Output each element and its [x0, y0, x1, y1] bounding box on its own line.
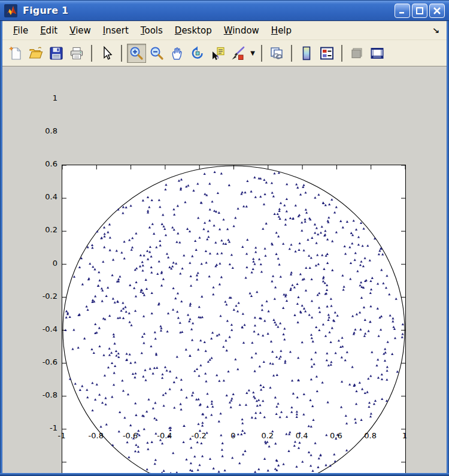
titlebar: Figure 1: [0, 0, 449, 21]
save-figure-button[interactable]: [47, 44, 66, 63]
minimize-icon: [398, 7, 406, 14]
menu-tools[interactable]: Tools: [135, 23, 169, 38]
y-tick-label: -0.6: [31, 357, 57, 366]
menubar: File Edit View Insert Tools Desktop Wind…: [2, 22, 447, 40]
window-controls: [395, 4, 445, 18]
y-tick-label: -0.8: [31, 390, 57, 399]
scatter-plot[interactable]: [62, 165, 405, 476]
y-tick-label: 1: [31, 93, 57, 102]
show-plot-tools-dock-icon: [369, 46, 385, 61]
save-floppy-icon: [48, 46, 64, 61]
zoom-in-button[interactable]: [127, 44, 146, 63]
y-tick-label: 0.6: [31, 159, 57, 168]
close-button[interactable]: [429, 4, 445, 18]
new-document-icon: [8, 46, 23, 61]
y-tick-label: -0.2: [31, 292, 57, 301]
rotate-3d-icon: [190, 46, 205, 61]
maximize-button[interactable]: [412, 4, 427, 18]
y-tick-label: -0.4: [31, 325, 57, 333]
new-figure-button[interactable]: [6, 44, 25, 63]
y-tick-label: 0.4: [31, 192, 57, 201]
zoom-in-icon: [129, 46, 144, 61]
zoom-out-icon: [149, 46, 165, 61]
link-plot-button[interactable]: [267, 44, 286, 63]
toolbar-separator: [261, 45, 262, 62]
print-figure-button[interactable]: [67, 44, 86, 63]
menu-help[interactable]: Help: [265, 23, 298, 38]
rotate-3d-button[interactable]: [188, 44, 207, 63]
figure-window: Figure 1 File Edit View Insert Tools Des…: [0, 0, 449, 476]
data-cursor-button[interactable]: [208, 44, 227, 63]
menu-file[interactable]: File: [7, 23, 34, 38]
brush-button[interactable]: [229, 44, 248, 63]
open-folder-icon: [28, 46, 44, 61]
close-icon: [433, 7, 441, 14]
y-tick-label: 0.8: [31, 126, 57, 135]
open-file-button[interactable]: [26, 44, 45, 63]
zoom-out-button[interactable]: [147, 44, 166, 63]
figure-canvas: 10.80.60.40.20-0.2-0.4-0.6-0.8-1-1-0.8-0…: [0, 66, 449, 476]
window-border-left: [0, 21, 2, 476]
toolbar-separator: [91, 45, 92, 62]
scatter-points: [64, 171, 404, 476]
menu-insert[interactable]: Insert: [97, 23, 135, 38]
plot-axes[interactable]: [62, 165, 406, 476]
pointer-tool-button[interactable]: [97, 44, 116, 63]
brush-icon: [230, 46, 246, 61]
printer-icon: [69, 46, 84, 61]
insert-legend-button[interactable]: [317, 44, 336, 63]
menu-edit[interactable]: Edit: [34, 23, 63, 38]
hand-pan-icon: [169, 46, 185, 61]
maximize-icon: [415, 7, 424, 14]
link-plot-icon: [269, 46, 284, 61]
show-plot-tools-dock-button[interactable]: [368, 44, 387, 63]
window-title: Figure 1: [23, 5, 68, 16]
y-tick-label: 0.2: [31, 225, 57, 234]
pan-button[interactable]: [168, 44, 187, 63]
menu-desktop[interactable]: Desktop: [169, 23, 218, 38]
data-cursor-icon: [210, 46, 226, 61]
minimize-button[interactable]: [395, 4, 410, 18]
y-tick-label: -1: [31, 423, 57, 432]
insert-colorbar-button[interactable]: [297, 44, 316, 63]
menu-view[interactable]: View: [63, 23, 97, 38]
dock-figure-arrow-icon[interactable]: ↘: [432, 26, 439, 35]
figure-toolbar: ▼: [2, 40, 447, 66]
arrow-pointer-icon: [99, 46, 114, 61]
hide-plot-tools-icon: [349, 46, 365, 61]
legend-icon: [319, 46, 335, 61]
window-border-right: [447, 21, 449, 476]
window-border-bottom: [0, 473, 449, 476]
hide-plot-tools-button[interactable]: [347, 44, 366, 63]
matlab-logo-icon: [4, 4, 17, 17]
toolbar-separator: [291, 45, 292, 62]
menu-window[interactable]: Window: [218, 23, 265, 38]
toolbar-separator: [121, 45, 122, 62]
brush-dropdown-caret-icon[interactable]: ▼: [248, 44, 257, 63]
toolbar-separator: [341, 45, 342, 62]
y-tick-label: 0: [31, 259, 57, 268]
colorbar-icon: [299, 46, 314, 61]
